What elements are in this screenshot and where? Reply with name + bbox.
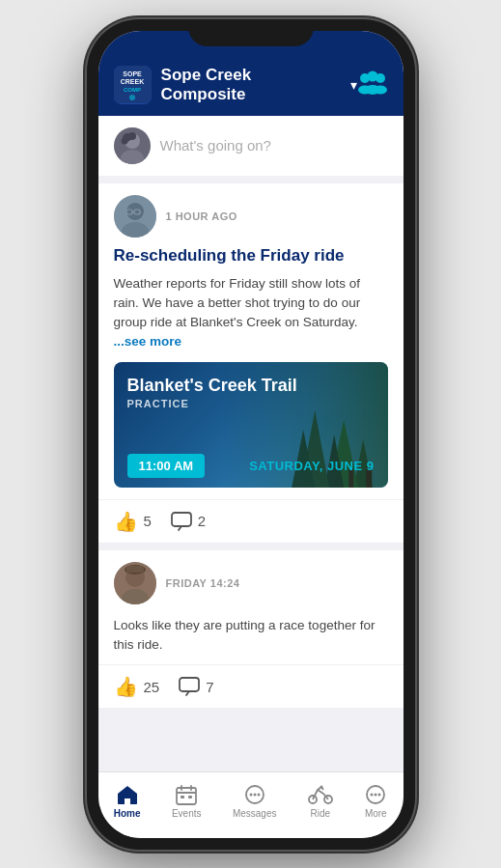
svg-point-47	[249, 793, 252, 796]
post2-avatar	[114, 562, 156, 604]
nav-item-ride[interactable]: Ride	[300, 780, 341, 823]
header-left: SOPE CREEK COMP Sope Creek Composite ▾	[114, 66, 357, 104]
post1-like-item[interactable]: 👍 5	[114, 510, 152, 533]
nav-label-more: More	[365, 808, 387, 819]
post2-comment-item[interactable]: 7	[179, 677, 213, 696]
org-name: Sope Creek Composite	[161, 66, 337, 104]
home-icon	[116, 784, 139, 805]
post1-meta: 1 Hour Ago	[166, 210, 237, 222]
nav-item-events[interactable]: Events	[164, 780, 209, 823]
event-bottom: 11:00 AM Saturday, June 9	[127, 454, 375, 478]
svg-rect-44	[181, 796, 184, 798]
content-area: What's going on?	[98, 116, 404, 771]
svg-text:COMP: COMP	[124, 87, 141, 93]
composer-avatar	[114, 127, 151, 164]
notch	[188, 19, 314, 46]
svg-point-55	[375, 793, 377, 796]
post-composer[interactable]: What's going on?	[98, 116, 404, 176]
event-title: Blanket's Creek Trail	[127, 376, 375, 397]
nav-label-messages: Messages	[233, 808, 277, 819]
post1-header: 1 Hour Ago	[98, 183, 404, 245]
svg-point-10	[374, 85, 387, 94]
svg-point-56	[378, 793, 381, 796]
phone-screen: SOPE CREEK COMP Sope Creek Composite ▾	[98, 31, 404, 838]
event-time-badge: 11:00 AM	[127, 454, 206, 478]
svg-point-17	[128, 132, 136, 140]
dropdown-icon[interactable]: ▾	[350, 77, 357, 93]
post1-title: Re-scheduling the Friday ride	[98, 245, 404, 274]
post2-time: Friday 14:24	[166, 577, 240, 589]
post1-avatar	[114, 195, 156, 238]
svg-point-7	[376, 73, 385, 83]
org-logo-text: SOPE CREEK COMP	[114, 66, 152, 104]
svg-point-49	[257, 793, 260, 796]
event-content: Blanket's Creek Trail PRACTICE 11:00 AM …	[114, 362, 388, 488]
svg-rect-37	[126, 566, 144, 573]
post2-meta: Friday 14:24	[166, 577, 240, 589]
svg-point-4	[129, 95, 135, 100]
thumbs-up-icon: 👍	[114, 510, 138, 533]
svg-text:CREEK: CREEK	[121, 78, 145, 85]
nav-item-messages[interactable]: Messages	[225, 780, 285, 823]
comment-icon	[171, 512, 192, 531]
phone-wrapper: SOPE CREEK COMP Sope Creek Composite ▾	[0, 0, 501, 868]
post2-reactions: 👍 25 7	[98, 664, 404, 708]
post1-like-count: 5	[144, 513, 152, 529]
post2-comment-count: 7	[206, 679, 213, 695]
composer-input-placeholder[interactable]: What's going on?	[160, 137, 388, 154]
nav-item-more[interactable]: More	[356, 780, 395, 823]
svg-point-48	[253, 793, 256, 796]
more-icon	[364, 784, 387, 805]
nav-label-events: Events	[172, 808, 202, 819]
svg-text:SOPE: SOPE	[123, 70, 142, 77]
see-more-link[interactable]: ...see more	[114, 334, 182, 349]
nav-item-home[interactable]: Home	[106, 780, 149, 823]
svg-rect-40	[177, 788, 196, 804]
post-card-2: Friday 14:24 Looks like they are putting…	[98, 550, 404, 709]
post2-like-count: 25	[144, 679, 160, 695]
post1-body: Weather reports for Friday still show lo…	[98, 274, 404, 362]
phone-frame: SOPE CREEK COMP Sope Creek Composite ▾	[87, 19, 415, 850]
event-card[interactable]: Blanket's Creek Trail PRACTICE 11:00 AM …	[114, 362, 388, 488]
post1-comment-item[interactable]: 2	[171, 512, 206, 531]
thumbs-up-icon-2: 👍	[114, 675, 138, 698]
svg-rect-38	[180, 678, 199, 691]
bottom-nav: Home Events	[98, 771, 404, 838]
messages-icon	[243, 784, 266, 805]
ride-icon	[308, 784, 333, 805]
events-icon	[175, 784, 198, 805]
post1-reactions: 👍 5 2	[98, 499, 404, 543]
post2-body: Looks like they are putting a race toget…	[98, 610, 404, 665]
svg-rect-45	[188, 796, 192, 798]
svg-point-19	[126, 203, 144, 220]
post1-time: 1 Hour Ago	[166, 210, 237, 222]
svg-rect-31	[172, 513, 191, 526]
event-top: Blanket's Creek Trail PRACTICE	[127, 376, 375, 410]
people-icon[interactable]	[357, 69, 388, 101]
nav-label-home: Home	[114, 808, 141, 819]
post2-like-item[interactable]: 👍 25	[114, 675, 160, 698]
nav-label-ride: Ride	[311, 808, 331, 819]
post-card-1: 1 Hour Ago Re-scheduling the Friday ride…	[98, 183, 404, 543]
org-logo[interactable]: SOPE CREEK COMP	[114, 66, 152, 104]
svg-point-52	[320, 785, 322, 788]
event-date: Saturday, June 9	[249, 459, 374, 473]
post1-comment-count: 2	[198, 513, 206, 529]
svg-point-54	[371, 793, 374, 796]
comment-icon-2	[179, 677, 200, 696]
event-type: PRACTICE	[127, 398, 375, 409]
post2-header: Friday 14:24	[98, 550, 404, 610]
